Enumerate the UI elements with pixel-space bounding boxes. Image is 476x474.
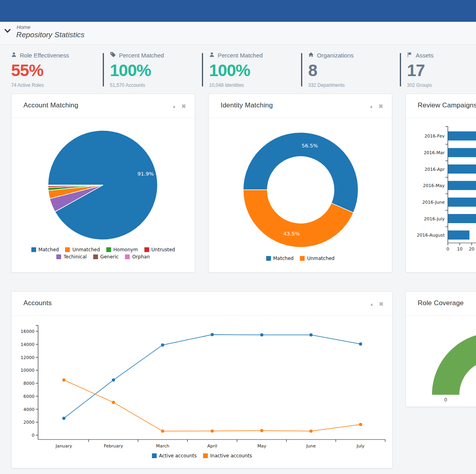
legend-swatch — [144, 247, 149, 252]
svg-text:February: February — [104, 443, 123, 449]
legend-swatch — [106, 247, 111, 252]
role-coverage-gauge-chart: 0 — [406, 316, 476, 407]
legend-swatch — [266, 256, 271, 261]
panel-title: Role Coverage — [418, 299, 464, 307]
kpi-value: 17 — [407, 62, 476, 79]
legend-item: Unmatched — [65, 247, 100, 252]
flag-icon — [407, 52, 413, 59]
legend-swatch — [93, 254, 98, 259]
legend-label: Unmatched — [307, 256, 334, 261]
svg-text:43.5%: 43.5% — [283, 231, 299, 237]
kpi-value: 100% — [110, 62, 200, 79]
home-icon — [308, 52, 314, 59]
collapse-icon[interactable]: ▲ — [369, 105, 373, 109]
kpi-sublabel: 74 Active Roles — [11, 82, 102, 88]
svg-text:July: July — [356, 443, 365, 449]
svg-text:8000: 8000 — [23, 381, 35, 386]
kpi-value: 8 — [308, 62, 399, 79]
svg-text:56.5%: 56.5% — [301, 143, 318, 149]
account-matching-pie-chart: 91.9% — [12, 118, 195, 244]
panel-title: Review Campaigns — [418, 101, 476, 109]
svg-text:January: January — [55, 443, 72, 449]
close-icon[interactable]: ✖ — [181, 103, 186, 109]
kpi-sublabel: 302 Groups — [407, 82, 476, 88]
legend-swatch — [65, 247, 70, 252]
svg-text:10: 10 — [457, 247, 463, 252]
chart-legend: MatchedUnmatched — [209, 256, 392, 261]
svg-text:2016-Apr: 2016-Apr — [424, 167, 445, 172]
chart-legend: Active accountsInactive accounts — [12, 453, 392, 459]
svg-text:16000: 16000 — [21, 329, 35, 334]
panel-accounts: Accounts ▲ ✖ 020004000600080001000012000… — [11, 291, 393, 468]
legend-label: Generic — [100, 254, 119, 260]
kpi-role-effectiveness: Role Effectiveness 55% 74 Active Roles — [11, 52, 102, 88]
legend-item: Untrusted — [144, 247, 175, 252]
legend-item: Unmatched — [300, 256, 334, 261]
svg-text:June: June — [306, 443, 316, 449]
close-icon[interactable]: ✖ — [378, 103, 383, 109]
legend-swatch — [300, 256, 305, 261]
legend-item: Active accounts — [152, 453, 197, 459]
collapse-icon[interactable]: ▲ — [370, 302, 374, 306]
collapse-icon[interactable]: ▲ — [172, 105, 176, 109]
legend-label: Techinical — [63, 254, 86, 260]
legend-item: Generic — [93, 254, 119, 260]
legend-swatch — [152, 453, 157, 458]
panel-identity-matching: Identity Matching ▲ ✖ 56.5%43.5% Matched… — [208, 94, 392, 273]
person-icon — [209, 52, 215, 59]
tag-icon — [110, 52, 116, 59]
legend-label: Matched — [273, 256, 294, 261]
legend-label: Untrusted — [152, 247, 175, 252]
kpi-label: Role Effectiveness — [20, 52, 69, 59]
legend-swatch — [203, 453, 208, 458]
kpi-percent-matched-identities: Percent Matched 100% 10,048 Identities — [209, 52, 299, 88]
kpi-value: 100% — [209, 62, 299, 79]
breadcrumb: Home Repository Statistics — [0, 22, 476, 44]
identity-matching-donut-chart: 56.5%43.5% — [209, 118, 392, 250]
svg-text:0: 0 — [32, 433, 35, 438]
legend-swatch — [31, 247, 36, 252]
person-icon — [11, 52, 17, 59]
kpi-sublabel: 10,048 Identities — [209, 82, 299, 88]
top-navigation-bar — [0, 0, 476, 22]
close-icon[interactable]: ✖ — [379, 301, 384, 307]
kpi-value: 55% — [11, 62, 102, 79]
svg-text:2016-Fev: 2016-Fev — [424, 134, 445, 139]
legend-item: Techinical — [56, 254, 86, 260]
svg-text:20: 20 — [469, 247, 474, 252]
page-title: Repository Statistics — [16, 31, 84, 39]
panel-account-matching: Account Matching ▲ ✖ 91.9% MatchedUnmatc… — [11, 94, 195, 273]
panel-role-coverage: Role Coverage ▲ ✖ 0 — [405, 291, 476, 407]
kpi-sublabel: 332 Departments — [308, 82, 399, 88]
chevron-down-icon[interactable] — [4, 28, 11, 35]
panel-title: Accounts — [23, 299, 52, 307]
panel-title: Identity Matching — [221, 101, 273, 109]
panel-title: Account Matching — [23, 101, 78, 109]
review-campaigns-bar-chart: 2016-Fev2016-Mar2016-Apr2016-May2016-Jun… — [406, 118, 476, 261]
legend-swatch — [56, 254, 61, 259]
legend-label: Matched — [38, 247, 59, 252]
legend-label: Unmatched — [72, 247, 100, 252]
svg-text:March: March — [156, 443, 169, 449]
kpi-assets: Assets 17 302 Groups — [407, 52, 476, 88]
kpi-sublabel: 51,570 Accounts — [110, 82, 200, 88]
breadcrumb-home-link[interactable]: Home — [17, 24, 31, 30]
svg-text:91.9%: 91.9% — [138, 171, 154, 177]
svg-text:14000: 14000 — [21, 342, 35, 347]
svg-text:6000: 6000 — [23, 394, 35, 399]
svg-text:2016-June: 2016-June — [422, 200, 445, 205]
svg-text:2016-July: 2016-July — [424, 216, 445, 222]
svg-text:May: May — [257, 443, 267, 449]
svg-text:2016-August: 2016-August — [417, 233, 445, 238]
svg-text:2000: 2000 — [23, 420, 35, 425]
svg-text:12000: 12000 — [21, 355, 35, 360]
kpi-percent-matched-accounts: Percent Matched 100% 51,570 Accounts — [110, 52, 200, 88]
svg-text:2016-May: 2016-May — [423, 183, 445, 188]
chart-legend: MatchedUnmatchedHomonymUntrustedTechinic… — [12, 247, 195, 260]
legend-item: Matched — [31, 247, 59, 252]
legend-item: Homonym — [106, 247, 138, 252]
kpi-organizations: Organizations 8 332 Departments — [308, 52, 399, 88]
svg-text:2016-Mar: 2016-Mar — [424, 150, 445, 155]
legend-swatch — [125, 254, 130, 259]
kpi-label: Organizations — [317, 52, 354, 59]
